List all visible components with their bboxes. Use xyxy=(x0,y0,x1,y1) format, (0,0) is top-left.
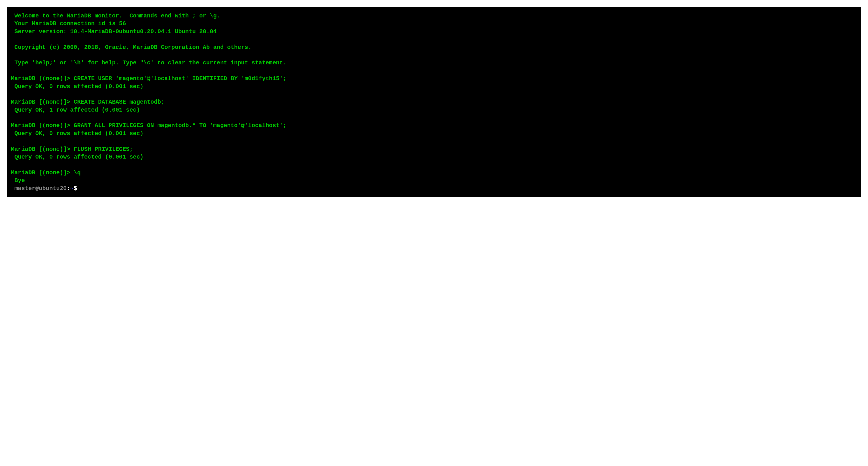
banner-connection: Your MariaDB connection id is 56 xyxy=(11,20,126,27)
db-result: Query OK, 0 rows affected (0.001 sec) xyxy=(11,130,144,137)
db-prompt: MariaDB [(none)]> xyxy=(11,146,73,153)
db-result: Query OK, 0 rows affected (0.001 sec) xyxy=(11,154,144,160)
banner-welcome: Welcome to the MariaDB monitor. Commands… xyxy=(11,12,220,19)
banner-version: Server version: 10.4-MariaDB-0ubuntu0.20… xyxy=(11,28,217,35)
banner-help: Type 'help;' or '\h' for help. Type "\c'… xyxy=(11,60,286,66)
shell-prompt-user: master@ubuntu20 xyxy=(11,185,67,192)
shell-prompt-dollar: $ xyxy=(73,185,77,192)
db-prompt: MariaDB [(none)]> xyxy=(11,122,73,129)
db-command: CREATE USER 'magento'@'localhost' IDENTI… xyxy=(73,75,286,82)
terminal-window[interactable]: Welcome to the MariaDB monitor. Commands… xyxy=(7,7,861,197)
db-command: FLUSH PRIVILEGES; xyxy=(73,146,133,153)
db-prompt: MariaDB [(none)]> xyxy=(11,75,73,82)
shell-prompt-path: ~ xyxy=(70,185,73,192)
db-prompt: MariaDB [(none)]> xyxy=(11,99,73,105)
db-command: GRANT ALL PRIVILEGES ON magentodb.* TO '… xyxy=(73,122,286,129)
db-result: Query OK, 0 rows affected (0.001 sec) xyxy=(11,83,144,90)
db-command: CREATE DATABASE magentodb; xyxy=(73,99,164,105)
banner-copyright: Copyright (c) 2000, 2018, Oracle, MariaD… xyxy=(11,44,252,51)
shell-prompt-colon: : xyxy=(67,185,70,192)
db-result: Query OK, 1 row affected (0.001 sec) xyxy=(11,107,140,113)
db-bye: Bye xyxy=(11,177,25,184)
db-command-quit: \q xyxy=(73,169,81,176)
db-prompt: MariaDB [(none)]> xyxy=(11,169,73,176)
